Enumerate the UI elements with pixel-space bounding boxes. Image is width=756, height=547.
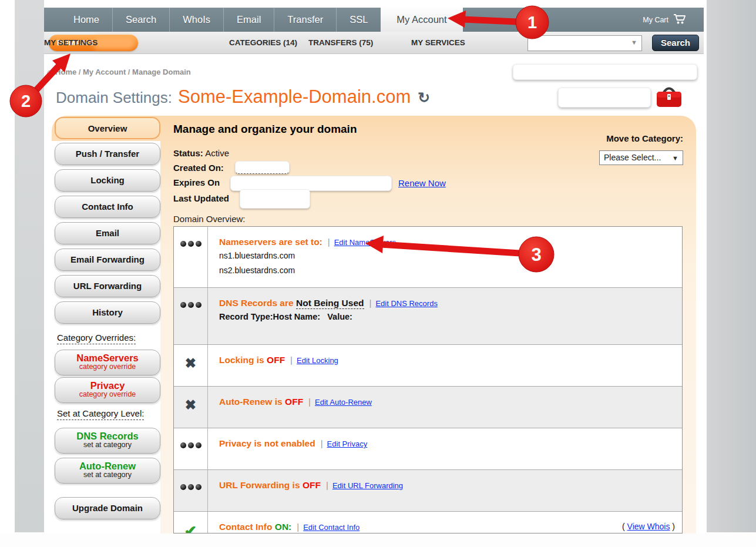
edit-link-edit-dns-records[interactable]: Edit DNS Records bbox=[375, 299, 437, 308]
sidebar-item-push-transfer[interactable]: Push / Transfer bbox=[55, 143, 160, 165]
nav-tab-email[interactable]: Email bbox=[223, 8, 274, 32]
edit-link-edit-url-forwarding[interactable]: Edit URL Forwarding bbox=[332, 481, 403, 490]
row-content: Auto-Renew is OFF|Edit Auto-Renew bbox=[208, 387, 682, 428]
edit-link-edit-contact-info[interactable]: Edit Contact Info bbox=[303, 523, 359, 532]
search-input[interactable] bbox=[529, 37, 629, 49]
record-headers: Record Type:Host Name: Value: bbox=[219, 312, 670, 321]
sidebar-item-locking[interactable]: Locking bbox=[55, 169, 160, 192]
sidebar-item-contact-info[interactable]: Contact Info bbox=[55, 196, 160, 218]
breadcrumb-item-my-account[interactable]: My Account bbox=[83, 68, 126, 76]
redaction-box bbox=[558, 88, 651, 108]
refresh-icon[interactable]: ↻ bbox=[418, 89, 430, 106]
edit-link-edit-auto-renew[interactable]: Edit Auto-Renew bbox=[315, 398, 372, 407]
breadcrumb-item-home[interactable]: Home bbox=[55, 68, 76, 76]
sidebar-item-title: DNS Records bbox=[55, 431, 160, 441]
row-headline: Privacy is not enabled|Edit Privacy bbox=[219, 438, 670, 449]
page-title: Domain Settings: Some-Example-Domain.com… bbox=[56, 86, 430, 108]
chevron-down-icon[interactable]: ▼ bbox=[631, 39, 637, 46]
right-gutter bbox=[707, 0, 756, 532]
nav-tab-home[interactable]: Home bbox=[61, 8, 112, 32]
row-highlight-text: Not Being Used bbox=[296, 298, 364, 309]
sidebar-item-privacy[interactable]: Privacycategory override bbox=[55, 377, 160, 403]
home-icon: ⌂ bbox=[46, 64, 52, 80]
created-label: Created On: bbox=[173, 163, 224, 173]
separator: | bbox=[308, 397, 311, 407]
sidebar-item-subtitle: category override bbox=[55, 391, 160, 399]
row-icon-cell: ✖ bbox=[174, 345, 208, 386]
renew-now-link[interactable]: Renew Now bbox=[398, 178, 446, 188]
dot bbox=[180, 484, 186, 490]
subnav-item-transfers-75[interactable]: TRANSFERS (75) bbox=[308, 32, 373, 53]
edit-link-edit-locking[interactable]: Edit Locking bbox=[297, 356, 338, 365]
sidebar-item-email-forwarding[interactable]: Email Forwarding bbox=[55, 249, 160, 271]
nav-tab-search[interactable]: Search bbox=[112, 8, 169, 32]
expires-label: Expires On bbox=[173, 177, 220, 187]
subnav-item-my-settings[interactable]: MY SETTINGS bbox=[44, 32, 98, 53]
dot bbox=[188, 241, 194, 247]
edit-link-edit-privacy[interactable]: Edit Privacy bbox=[327, 439, 368, 448]
created-line: Created On: bbox=[173, 163, 224, 173]
row-main-text: Privacy is not enabled bbox=[219, 438, 315, 448]
sidebar-item-subtitle: set at category bbox=[55, 441, 160, 449]
dot bbox=[188, 484, 194, 490]
sidebar-item-upgrade-domain[interactable]: Upgrade Domain bbox=[55, 497, 160, 519]
separator: | bbox=[326, 480, 328, 490]
search-button[interactable]: Search bbox=[652, 35, 699, 51]
row-main-text: URL Forwarding is bbox=[219, 480, 300, 490]
nav-tab-transfer[interactable]: Transfer bbox=[274, 8, 336, 32]
row-content: Privacy is not enabled|Edit Privacy bbox=[208, 428, 682, 469]
redaction-blur bbox=[93, 36, 135, 49]
view-whois-link[interactable]: View Whois bbox=[627, 522, 670, 531]
dot bbox=[196, 442, 201, 448]
sidebar-item-url-forwarding[interactable]: URL Forwarding bbox=[55, 275, 160, 297]
domain-search-combo[interactable]: ▼ bbox=[527, 35, 642, 51]
section-heading: Manage and organize your domain bbox=[173, 123, 357, 136]
separator: | bbox=[297, 522, 299, 532]
sidebar-item-subtitle: category override bbox=[55, 363, 160, 371]
edit-link-edit-nameservers[interactable]: Edit NameServers bbox=[334, 238, 396, 247]
row-headline: Locking is OFF|Edit Locking bbox=[219, 355, 670, 365]
updated-line: Last Updated bbox=[173, 193, 229, 203]
row-headline: DNS Records are Not Being Used|Edit DNS … bbox=[219, 298, 670, 308]
category-overrides-label[interactable]: Category Overrides: bbox=[57, 333, 136, 344]
sidebar-item-title: Auto-Renew bbox=[55, 461, 160, 471]
dot bbox=[180, 442, 186, 448]
nav-tab-whois[interactable]: WhoIs bbox=[169, 8, 223, 32]
row-content: Contact Info ON:|Edit Contact Info( View… bbox=[208, 512, 682, 533]
category-select-value: Please Select... bbox=[604, 153, 661, 162]
breadcrumb-item-manage-domain[interactable]: Manage Domain bbox=[132, 68, 191, 76]
sidebar-item-overview[interactable]: Overview bbox=[55, 117, 160, 139]
row-main-text: DNS Records are bbox=[219, 298, 294, 308]
sidebar-item-title: NameServers bbox=[55, 353, 160, 363]
toolbox-icon[interactable] bbox=[655, 83, 683, 110]
sidebar-item-dns-records[interactable]: DNS Recordsset at category bbox=[55, 428, 160, 454]
sidebar-item-nameservers[interactable]: NameServerscategory override bbox=[55, 350, 160, 375]
table-row: ✖Locking is OFF|Edit Locking bbox=[174, 344, 682, 386]
subnav-item-categories-14[interactable]: CATEGORIES (14) bbox=[229, 32, 297, 53]
my-cart[interactable]: My Cart bbox=[593, 8, 687, 32]
set-at-category-label[interactable]: Set at Category Level: bbox=[57, 408, 144, 420]
check-mark-icon: ✔ bbox=[184, 523, 197, 533]
category-select[interactable]: Please Select... ▼ bbox=[599, 150, 683, 165]
row-icon-cell bbox=[174, 227, 208, 287]
sidebar-item-history[interactable]: History bbox=[55, 301, 160, 324]
nav-tab-my-account[interactable]: My Account bbox=[381, 6, 462, 33]
row-headline: Contact Info ON:|Edit Contact Info bbox=[219, 522, 670, 532]
row-icon-cell bbox=[174, 470, 208, 511]
nav-tab-ssl[interactable]: SSL bbox=[336, 8, 381, 32]
row-icon-cell bbox=[174, 288, 208, 344]
sidebar-item-email[interactable]: Email bbox=[55, 222, 160, 244]
dot bbox=[196, 484, 201, 490]
dot bbox=[188, 302, 194, 308]
domain-overview-label: Domain Overview: bbox=[173, 214, 246, 224]
row-main-text: Contact Info bbox=[219, 522, 272, 532]
table-row: DNS Records are Not Being Used|Edit DNS … bbox=[174, 287, 682, 344]
more-dots-icon bbox=[180, 442, 201, 448]
subnav-item-my-services[interactable]: MY SERVICES bbox=[411, 32, 465, 53]
table-row: ✔Contact Info ON:|Edit Contact Info( Vie… bbox=[174, 511, 682, 533]
row-content: Nameservers are set to:|Edit NameServers… bbox=[208, 227, 682, 287]
updated-label: Last Updated bbox=[173, 193, 229, 203]
x-mark-icon: ✖ bbox=[185, 398, 196, 412]
nameserver-line: ns2.bluestardns.com bbox=[219, 264, 670, 277]
sidebar-item-auto-renew[interactable]: Auto-Renewset at category bbox=[55, 458, 160, 484]
